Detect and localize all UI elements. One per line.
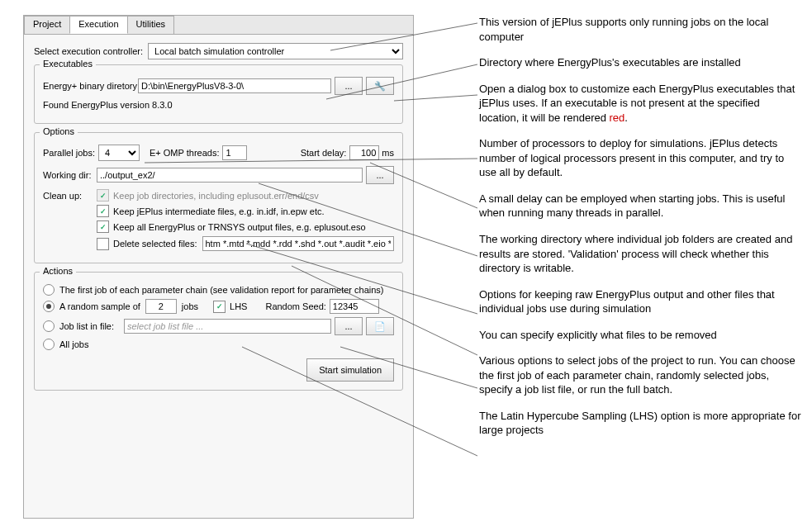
anno-4: Number of processors to deploy for simul… — [479, 136, 801, 180]
folder-icon: 📄 — [374, 321, 386, 332]
omp-threads-label: E+ OMP threads: — [150, 148, 219, 158]
actions-group: Actions The first job of each parameter … — [34, 272, 403, 391]
start-delay-unit: ms — [382, 148, 394, 158]
delete-selected-checkbox[interactable] — [97, 238, 109, 250]
anno-5: A small delay can be employed when start… — [479, 192, 801, 220]
keep-intermediate-label: Keep jEPlus intermediate files, e.g. in.… — [113, 206, 325, 216]
keep-output-checkbox[interactable] — [97, 220, 109, 233]
options-group: Options Parallel jobs: 4 E+ OMP threads:… — [34, 132, 403, 263]
controller-label: Select execution controller: — [34, 46, 143, 56]
binary-dir-input[interactable] — [138, 78, 331, 93]
browse-working-dir-button[interactable]: ... — [366, 166, 394, 184]
executables-legend: Executables — [40, 59, 96, 69]
binary-dir-label: Energy+ binary diretory — [43, 81, 138, 91]
random-seed-input[interactable] — [330, 299, 379, 314]
random-sample-radio[interactable] — [43, 301, 55, 312]
parallel-jobs-label: Parallel jobs: — [43, 148, 95, 158]
job-list-file-input[interactable] — [124, 319, 331, 334]
job-list-label: Job list in file: — [59, 321, 124, 331]
random-seed-label: Random Seed: — [265, 301, 325, 311]
keep-job-dirs-checkbox — [97, 189, 109, 201]
anno-6: The working directory where individual j… — [479, 232, 801, 276]
keep-job-dirs-label: Keep job directories, including eplusout… — [113, 191, 319, 201]
configure-executables-button[interactable]: 🔧 — [366, 77, 394, 95]
random-sample-label-b: jobs — [182, 301, 198, 311]
browse-job-list-button[interactable]: ... — [335, 317, 363, 335]
browse-binary-button[interactable]: ... — [335, 77, 363, 95]
start-delay-label: Start delay: — [301, 148, 347, 158]
parallel-jobs-select[interactable]: 4 — [98, 145, 140, 161]
actions-legend: Actions — [40, 266, 76, 276]
omp-threads-input[interactable] — [222, 145, 247, 160]
controller-select[interactable]: Local batch simulation controller — [148, 43, 403, 59]
tab-project[interactable]: Project — [24, 16, 70, 34]
first-job-label: The first job of each parameter chain (s… — [59, 285, 384, 295]
cleanup-label: Clean up: — [43, 189, 97, 254]
delete-selected-label: Delete selected files: — [113, 239, 197, 249]
sample-count-input[interactable] — [145, 299, 177, 314]
random-sample-label-a: A random sample of — [59, 301, 140, 311]
tab-bar: Project Execution Utilities — [24, 16, 413, 35]
options-legend: Options — [40, 126, 78, 136]
delete-files-input[interactable] — [202, 236, 395, 251]
wrench-icon: 🔧 — [374, 81, 386, 92]
start-delay-input[interactable] — [349, 145, 379, 160]
anno-10: The Latin Hypercube Sampling (LHS) optio… — [479, 409, 801, 438]
lhs-checkbox[interactable] — [213, 301, 226, 313]
anno-9: Various options to select jobs of the pr… — [479, 353, 801, 397]
working-dir-input[interactable] — [97, 168, 363, 183]
anno-1: This version of jEPlus supports only run… — [479, 15, 801, 44]
execution-panel: Project Execution Utilities Select execu… — [23, 15, 414, 519]
anno-8: You can specify explicitly what files to… — [479, 328, 801, 343]
anno-7: Options for keeping raw EnergyPlus outpu… — [479, 287, 801, 316]
working-dir-label: Working dir: — [43, 170, 97, 180]
lhs-label: LHS — [230, 301, 247, 311]
annotations: This version of jEPlus supports only run… — [479, 15, 801, 449]
all-jobs-radio[interactable] — [43, 339, 55, 350]
anno-3: Open a dialog box to customize each Ener… — [479, 82, 801, 126]
executables-group: Executables Energy+ binary diretory ... … — [34, 64, 403, 124]
keep-output-label: Keep all EnergyPlus or TRNSYS output fil… — [113, 222, 366, 232]
found-version-text: Found EnergyPlus version 8.3.0 — [43, 100, 173, 110]
anno-2: Directory where EnergyPlus's executables… — [479, 55, 801, 70]
first-job-radio[interactable] — [43, 284, 55, 296]
job-list-radio[interactable] — [43, 320, 55, 332]
open-job-list-button[interactable]: 📄 — [366, 317, 394, 335]
tab-utilities[interactable]: Utilities — [127, 16, 174, 34]
keep-intermediate-checkbox[interactable] — [97, 205, 109, 217]
tab-execution[interactable]: Execution — [69, 16, 127, 34]
start-simulation-button[interactable]: Start simulation — [306, 358, 394, 382]
all-jobs-label: All jobs — [59, 339, 88, 349]
